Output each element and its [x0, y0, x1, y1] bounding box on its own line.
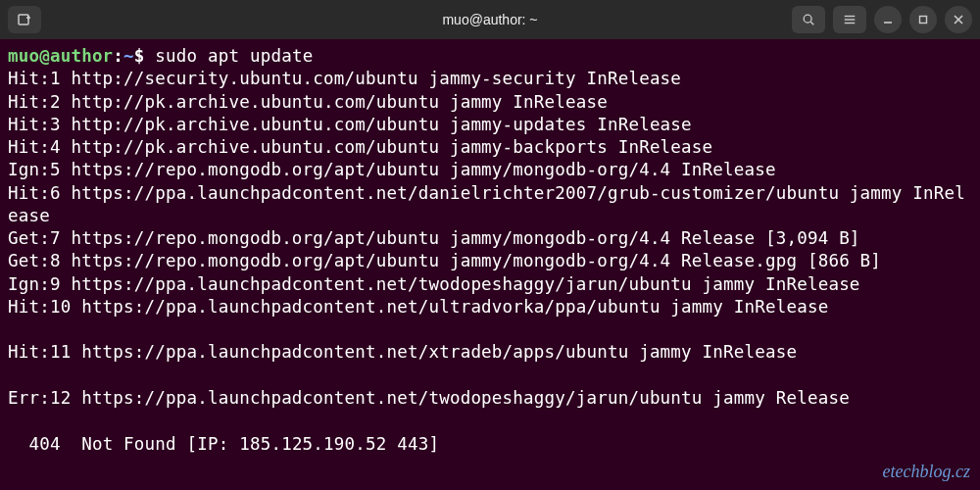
close-icon — [953, 14, 964, 25]
terminal-body[interactable]: muo@author:~$ sudo apt update Hit:1 http… — [0, 39, 980, 462]
terminal-output: Hit:1 http://security.ubuntu.com/ubuntu … — [8, 69, 965, 453]
menu-icon — [843, 13, 857, 26]
new-tab-button[interactable] — [8, 6, 41, 33]
watermark-text: etechblog.cz — [883, 462, 970, 482]
menu-button[interactable] — [833, 6, 866, 33]
svg-point-3 — [804, 15, 811, 23]
search-button[interactable] — [792, 6, 825, 33]
prompt-colon: : — [113, 46, 123, 66]
command-text: sudo apt update — [155, 46, 313, 66]
maximize-button[interactable] — [909, 6, 937, 33]
prompt-dollar: $ — [134, 46, 145, 66]
titlebar-left-controls — [8, 6, 41, 33]
close-button[interactable] — [945, 6, 972, 33]
window-title: muo@author: ~ — [442, 12, 537, 27]
prompt-path: ~ — [123, 46, 134, 66]
titlebar: muo@author: ~ — [0, 0, 980, 39]
minimize-icon — [882, 14, 894, 25]
svg-line-4 — [810, 22, 813, 24]
search-icon — [802, 13, 815, 26]
new-tab-icon — [17, 12, 32, 27]
titlebar-right-controls — [792, 6, 972, 33]
maximize-icon — [917, 14, 929, 25]
minimize-button[interactable] — [874, 6, 902, 33]
svg-rect-9 — [920, 17, 927, 24]
prompt-user-host: muo@author — [8, 46, 113, 66]
svg-rect-0 — [19, 15, 28, 24]
